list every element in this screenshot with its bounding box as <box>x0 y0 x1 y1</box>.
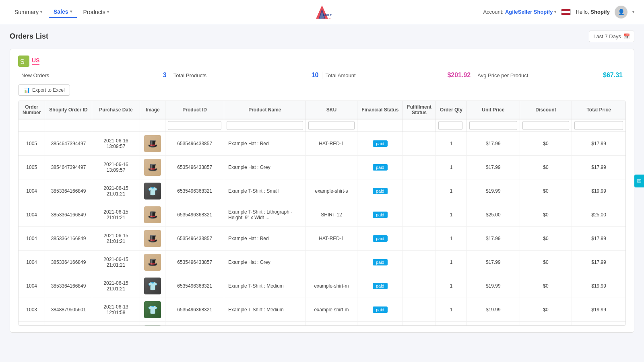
cell-product-name: Example T-Shirt : Small <box>224 322 306 326</box>
products-chevron-icon: ▾ <box>107 10 109 14</box>
cell-product-name: Example T-Shirt : Medium <box>224 298 306 322</box>
table-row: 1004 3853364166849 2021-06-15 21:01:21 👕… <box>19 274 625 298</box>
col-order-qty: Order Qty <box>436 101 467 119</box>
cell-discount: $0 <box>520 203 572 227</box>
cell-image: 🎩 <box>140 203 165 227</box>
avg-price-value: $67.31 <box>603 72 623 79</box>
table-header: OrderNumber Shopify Order ID Purchase Da… <box>19 101 625 132</box>
product-image: 🎩 <box>144 135 161 152</box>
greeting-text: Hello, Shopify <box>576 9 610 15</box>
cell-total-price: $19.99 <box>572 274 625 298</box>
col-product-name: Product Name <box>224 101 306 119</box>
new-orders-summary: New Orders 3 <box>18 72 170 79</box>
filter-total-price[interactable] <box>574 121 623 130</box>
cell-unit-price: $17.99 <box>467 251 520 274</box>
shopify-icon: S <box>18 56 29 67</box>
cell-order-number: 1005 <box>19 156 45 179</box>
col-unit-price: Unit Price <box>467 101 520 119</box>
filter-sku[interactable] <box>308 121 355 130</box>
cell-total-price: $19.99 <box>572 179 625 203</box>
nav-summary[interactable]: Summary ▾ <box>10 6 47 18</box>
cell-order-qty: 1 <box>436 156 467 179</box>
account-chevron-icon: ▾ <box>554 10 556 14</box>
cell-financial-status: paid <box>357 227 403 251</box>
sales-chevron-icon: ▾ <box>70 9 72 14</box>
cell-discount: $0 <box>520 227 572 251</box>
cell-discount: $0 <box>520 251 572 274</box>
cell-order-qty: 1 <box>436 179 467 203</box>
cell-fulfillment-status <box>403 156 436 179</box>
cell-fulfillment-status <box>403 322 436 326</box>
cell-discount: $0 <box>520 322 572 326</box>
cell-product-name: Example Hat : Red <box>224 132 306 156</box>
col-order-number: OrderNumber <box>19 101 45 119</box>
cell-image: 🎩 <box>140 132 165 156</box>
cell-total-price: $19.99 <box>572 322 625 326</box>
cell-purchase-date: 2021-06-13 12:01:58 <box>92 322 140 326</box>
cell-discount: $0 <box>520 132 572 156</box>
cell-purchase-date: 2021-06-16 13:09:57 <box>92 132 140 156</box>
account-selector[interactable]: Account: AgileSeller Shopify ▾ <box>483 9 556 15</box>
cell-fulfillment-status <box>403 227 436 251</box>
cell-purchase-date: 2021-06-15 21:01:21 <box>92 251 140 274</box>
cell-sku: HAT-RED-1 <box>305 227 357 251</box>
cell-image: 👕 <box>140 322 165 326</box>
cell-order-number: 1004 <box>19 227 45 251</box>
cell-product-name: Example Hat : Grey <box>224 156 306 179</box>
col-financial-status: Financial Status <box>357 101 403 119</box>
cell-total-price: $17.99 <box>572 227 625 251</box>
cell-fulfillment-status <box>403 179 436 203</box>
col-product-id: Product ID <box>165 101 224 119</box>
cell-product-id: 6535496433857 <box>165 251 224 274</box>
cell-shopify-order-id: 3854647394497 <box>45 132 92 156</box>
cell-financial-status: paid <box>357 251 403 274</box>
cell-product-id: 6535496368321 <box>165 179 224 203</box>
cell-image: 🎩 <box>140 227 165 251</box>
cell-order-qty: 1 <box>436 322 467 326</box>
orders-table: OrderNumber Shopify Order ID Purchase Da… <box>19 101 625 326</box>
status-badge: paid <box>373 140 388 147</box>
filter-unit-price[interactable] <box>469 121 517 130</box>
col-image: Image <box>140 101 165 119</box>
product-image: 👕 <box>144 183 161 200</box>
main-content: Orders List Last 7 Days 📅 S US New Order… <box>0 24 644 339</box>
col-total-price: Total Price <box>572 101 625 119</box>
store-region-badge: US <box>32 57 39 65</box>
nav-products[interactable]: Products ▾ <box>78 6 114 18</box>
svg-text:AGILE: AGILE <box>323 13 332 17</box>
cell-shopify-order-id: 3848879505601 <box>45 322 92 326</box>
cell-discount: $0 <box>520 274 572 298</box>
filter-product-id[interactable] <box>168 121 221 130</box>
filter-row <box>19 119 625 132</box>
cell-total-price: $19.99 <box>572 298 625 322</box>
date-filter[interactable]: Last 7 Days 📅 <box>589 31 634 42</box>
cell-product-id: 6535496368321 <box>165 203 224 227</box>
cell-shopify-order-id: 3853364166849 <box>45 251 92 274</box>
cell-image: 👕 <box>140 274 165 298</box>
export-button[interactable]: 📊 Export to Excel <box>18 84 70 96</box>
product-image: 🎩 <box>144 159 161 176</box>
orders-table-wrapper[interactable]: OrderNumber Shopify Order ID Purchase Da… <box>18 101 626 326</box>
product-image: 🎩 <box>144 230 161 247</box>
cell-order-number: 1004 <box>19 251 45 274</box>
side-icon[interactable]: ✉ <box>634 175 644 187</box>
nav-sales[interactable]: Sales ▾ <box>49 6 77 18</box>
summary-row: New Orders 3 Total Products 10 Total Amo… <box>18 72 626 79</box>
filter-order-qty[interactable] <box>438 121 462 130</box>
cell-product-id: 6535496368321 <box>165 274 224 298</box>
product-image: 👕 <box>144 301 161 318</box>
col-discount: Discount <box>520 101 572 119</box>
status-badge: paid <box>373 306 388 313</box>
total-amount-value: $201.92 <box>447 72 471 79</box>
cell-order-number: 1005 <box>19 132 45 156</box>
cell-financial-status: paid <box>357 132 403 156</box>
cell-sku <box>305 156 357 179</box>
filter-discount[interactable] <box>522 121 570 130</box>
new-orders-value: 3 <box>163 72 167 79</box>
cell-image: 👕 <box>140 179 165 203</box>
flag-icon[interactable] <box>561 9 571 15</box>
table-row: 1004 3853364166849 2021-06-15 21:01:21 🎩… <box>19 251 625 274</box>
logo: AGILE SELLER <box>312 2 332 22</box>
avatar[interactable]: 👤 <box>615 6 627 19</box>
filter-product-name[interactable] <box>227 121 303 130</box>
